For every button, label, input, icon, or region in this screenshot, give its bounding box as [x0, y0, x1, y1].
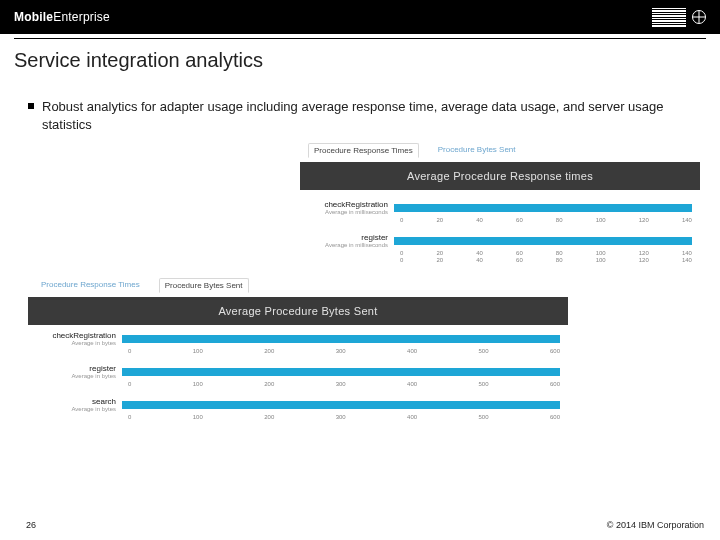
tick: 80 [556, 250, 563, 256]
ibm-logo-icon [652, 8, 686, 27]
tick: 20 [436, 257, 443, 263]
tick: 400 [407, 348, 417, 354]
brand-light: Enterprise [53, 10, 110, 24]
bar-label-text: checkRegistration [324, 200, 388, 209]
bar-label-sub: Average in milliseconds [308, 242, 388, 248]
tick: 300 [336, 348, 346, 354]
tick: 500 [479, 414, 489, 420]
tick: 100 [193, 414, 203, 420]
tick: 40 [476, 250, 483, 256]
bar-label: checkRegistration Average in millisecond… [308, 200, 394, 215]
tick: 100 [193, 381, 203, 387]
bullet-list: Robust analytics for adapter usage inclu… [0, 72, 720, 133]
tick: 0 [128, 348, 131, 354]
bar-label-sub: Average in bytes [36, 340, 116, 346]
bar-label: search Average in bytes [36, 397, 122, 412]
globe-icon [692, 10, 706, 24]
tick: 600 [550, 381, 560, 387]
tick: 400 [407, 381, 417, 387]
bar-fill [122, 401, 560, 409]
bar-label-sub: Average in bytes [36, 406, 116, 412]
tick: 100 [596, 250, 606, 256]
bullet-text: Robust analytics for adapter usage inclu… [42, 98, 692, 133]
tick: 200 [264, 381, 274, 387]
axis: 0 100 200 300 400 500 600 [28, 412, 568, 424]
tick: 120 [639, 250, 649, 256]
tick: 300 [336, 381, 346, 387]
tick: 120 [639, 217, 649, 223]
tab-bytes-sent[interactable]: Procedure Bytes Sent [159, 278, 249, 293]
tick: 100 [596, 217, 606, 223]
tick: 500 [479, 348, 489, 354]
tick: 100 [596, 257, 606, 263]
bar-label-sub: Average in milliseconds [308, 209, 388, 215]
bar-row: checkRegistration Average in bytes [28, 325, 568, 346]
bar-track [122, 368, 560, 376]
bar-label: register Average in bytes [36, 364, 122, 379]
tick: 80 [556, 257, 563, 263]
tick: 120 [639, 257, 649, 263]
tick: 100 [193, 348, 203, 354]
tick: 140 [682, 257, 692, 263]
tick: 600 [550, 414, 560, 420]
bullet-icon [28, 103, 34, 109]
tabs-response: Procedure Response Times Procedure Bytes… [300, 139, 700, 162]
tick: 140 [682, 250, 692, 256]
tab-response-times[interactable]: Procedure Response Times [308, 143, 419, 158]
footer: 26 © 2014 IBM Corporation [0, 504, 720, 538]
bar-fill [122, 335, 560, 343]
panel-header-bytes: Average Procedure Bytes Sent [28, 297, 568, 325]
panel-response-times: Procedure Response Times Procedure Bytes… [300, 139, 700, 260]
tabs-bytes: Procedure Response Times Procedure Bytes… [28, 274, 568, 297]
bar-track [122, 401, 560, 409]
tab-response-times[interactable]: Procedure Response Times [36, 278, 145, 293]
bar-row: register Average in bytes [28, 358, 568, 379]
axis: 0 20 40 60 80 100 120 140 [300, 215, 700, 227]
brand-right [652, 8, 706, 27]
tick: 200 [264, 414, 274, 420]
axis-orphan: 0 20 40 60 80 100 120 140 [300, 257, 700, 263]
tick: 60 [516, 257, 523, 263]
tick: 200 [264, 348, 274, 354]
bar-label: register Average in milliseconds [308, 233, 394, 248]
panel-bytes-sent: Procedure Response Times Procedure Bytes… [28, 274, 568, 424]
tick: 600 [550, 348, 560, 354]
bar-track [394, 204, 692, 212]
tick: 60 [516, 250, 523, 256]
bar-row: register Average in milliseconds [300, 227, 700, 248]
brand-text: MobileEnterprise [14, 10, 110, 24]
tick: 0 [400, 217, 403, 223]
bar-fill [394, 237, 692, 245]
copyright: © 2014 IBM Corporation [607, 520, 704, 530]
bar-fill [122, 368, 560, 376]
tick: 40 [476, 257, 483, 263]
bar-label-text: register [361, 233, 388, 242]
tick: 140 [682, 217, 692, 223]
bar-label-text: register [89, 364, 116, 373]
page-number: 26 [26, 520, 36, 530]
tick: 300 [336, 414, 346, 420]
tick: 0 [400, 257, 403, 263]
axis: 0 100 200 300 400 500 600 [28, 379, 568, 391]
panel-header-response: Average Procedure Response times [300, 162, 700, 190]
figure-area: Procedure Response Times Procedure Bytes… [0, 139, 720, 499]
bar-label: checkRegistration Average in bytes [36, 331, 122, 346]
bar-track [394, 237, 692, 245]
tab-bytes-sent[interactable]: Procedure Bytes Sent [433, 143, 521, 158]
bar-label-sub: Average in bytes [36, 373, 116, 379]
tick: 500 [479, 381, 489, 387]
tick: 20 [436, 217, 443, 223]
tick: 0 [400, 250, 403, 256]
tick: 60 [516, 217, 523, 223]
tick: 40 [476, 217, 483, 223]
top-bar: MobileEnterprise [0, 0, 720, 34]
page-title: Service integration analytics [0, 39, 720, 72]
bar-label-text: checkRegistration [52, 331, 116, 340]
brand-bold: Mobile [14, 10, 53, 24]
tick: 80 [556, 217, 563, 223]
bytes-bars: checkRegistration Average in bytes 0 100… [28, 325, 568, 424]
response-bars: checkRegistration Average in millisecond… [300, 190, 700, 260]
axis: 0 100 200 300 400 500 600 [28, 346, 568, 358]
bar-row: search Average in bytes [28, 391, 568, 412]
bar-label-text: search [92, 397, 116, 406]
